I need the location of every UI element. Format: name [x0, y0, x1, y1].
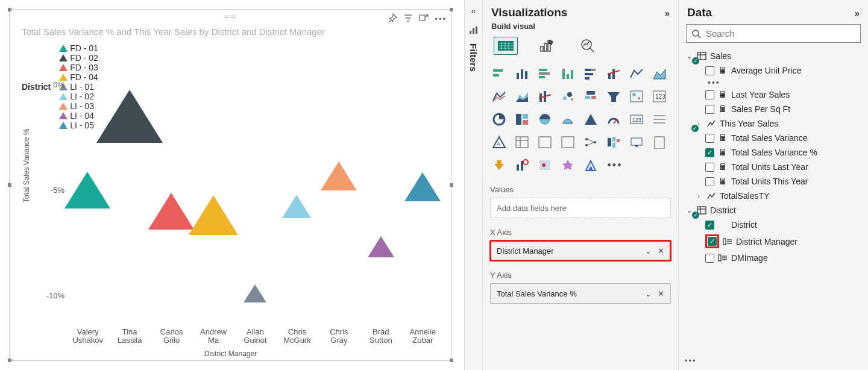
viz-type-icon[interactable] — [603, 109, 624, 130]
viz-type-icon[interactable] — [535, 63, 555, 84]
viz-type-icon[interactable] — [512, 109, 532, 130]
checkbox-checked[interactable]: ✓ — [705, 148, 714, 157]
viz-type-icon[interactable]: 123 — [626, 109, 647, 130]
chart-marker[interactable] — [148, 193, 194, 230]
filter-icon[interactable] — [403, 13, 413, 25]
expand-filters-icon[interactable]: « — [471, 6, 476, 16]
field-total-units-this-year[interactable]: 🖩Total Units This Year — [684, 174, 863, 189]
field-total-units-last-year[interactable]: 🖩Total Units Last Year — [684, 160, 863, 174]
checkbox[interactable] — [705, 254, 714, 263]
checkbox[interactable] — [705, 134, 714, 143]
viz-type-icon[interactable] — [489, 86, 509, 107]
field-total-sales-ty[interactable]: ›TotalSalesTY — [684, 189, 863, 203]
viz-type-icon[interactable] — [626, 132, 647, 152]
viz-type-icon[interactable] — [535, 86, 555, 107]
chart-marker[interactable] — [96, 90, 163, 143]
more-icon[interactable]: ••• — [685, 356, 697, 365]
yaxis-well[interactable]: Total Sales Variance % ⌄✕ — [490, 283, 671, 304]
yaxis-remove-icon[interactable]: ✕ — [658, 289, 664, 298]
format-visual-tab[interactable] — [535, 37, 559, 55]
chart-marker[interactable] — [64, 172, 110, 209]
xaxis-dropdown-icon[interactable]: ⌄ — [645, 246, 652, 256]
viz-type-icon[interactable] — [512, 86, 532, 107]
viz-type-icon[interactable] — [489, 155, 509, 175]
chart-marker[interactable] — [404, 172, 441, 201]
checkbox-checked[interactable]: ✓ — [708, 237, 717, 246]
viz-type-icon[interactable] — [580, 155, 601, 175]
viz-type-icon[interactable] — [558, 63, 578, 84]
overflow-dots[interactable]: ••• — [684, 78, 863, 87]
viz-type-icon[interactable] — [603, 132, 624, 152]
legend-item[interactable]: FD - 01 — [59, 43, 98, 53]
checkbox[interactable] — [705, 90, 714, 99]
collapse-visualizations-icon[interactable]: » — [665, 8, 670, 18]
values-well[interactable]: Add data fields here — [490, 198, 671, 218]
viz-type-icon[interactable] — [580, 86, 601, 107]
checkbox[interactable] — [705, 66, 714, 75]
field-district[interactable]: ✓District — [684, 218, 863, 232]
chart-marker[interactable] — [368, 236, 394, 257]
table-sales[interactable]: ⌄ Sales ✓ — [684, 49, 863, 63]
collapse-data-icon[interactable]: » — [855, 8, 860, 18]
viz-type-icon[interactable] — [649, 109, 670, 130]
search-box[interactable] — [686, 24, 861, 43]
viz-type-icon[interactable] — [603, 63, 624, 84]
more-options-icon[interactable]: ••• — [435, 14, 447, 24]
drag-grip-icon[interactable]: ══ — [224, 12, 237, 20]
field-this-year-sales[interactable]: ›This Year Sales✓ — [684, 116, 863, 131]
field-total-sales-variance[interactable]: 🖩Total Sales Variance — [684, 131, 863, 145]
viz-type-icon[interactable] — [558, 86, 578, 107]
field-last-year-sales[interactable]: 🖩Last Year Sales — [684, 87, 863, 102]
chart-marker[interactable] — [244, 284, 266, 303]
chart-marker[interactable] — [189, 195, 238, 235]
viz-type-icon[interactable] — [626, 86, 647, 107]
viz-type-icon[interactable] — [580, 132, 601, 152]
viz-type-icon[interactable] — [580, 109, 601, 130]
table-district[interactable]: ⌄ District ✓ — [684, 203, 863, 218]
viz-type-icon[interactable] — [649, 63, 670, 84]
field-district-manager[interactable]: ✓District Manager — [684, 232, 863, 251]
yaxis-dropdown-icon[interactable]: ⌄ — [645, 289, 652, 298]
legend-item[interactable]: FD - 02 — [59, 53, 98, 63]
field-dm-image[interactable]: DMImage — [684, 251, 863, 265]
viz-type-icon[interactable] — [626, 63, 647, 84]
table-sales-label: Sales — [710, 51, 731, 61]
field-sales-per-sqft[interactable]: 🖩Sales Per Sq Ft — [684, 102, 863, 116]
viz-type-icon[interactable] — [558, 109, 578, 130]
viz-type-icon[interactable] — [512, 63, 532, 84]
viz-type-icon[interactable] — [535, 155, 555, 175]
viz-type-icon[interactable] — [512, 155, 532, 175]
pin-icon[interactable] — [388, 13, 397, 25]
chart-marker[interactable] — [282, 195, 311, 218]
checkbox[interactable] — [705, 105, 714, 114]
viz-type-icon[interactable] — [512, 132, 532, 152]
viz-type-icon[interactable] — [535, 109, 555, 130]
expand-icon[interactable]: › — [694, 192, 703, 199]
focus-mode-icon[interactable] — [419, 13, 429, 25]
analytics-tab[interactable] — [576, 37, 600, 55]
field-avg-unit-price[interactable]: 🖩Average Unit Price — [684, 63, 863, 78]
viz-type-icon[interactable] — [558, 132, 578, 152]
viz-type-icon[interactable] — [535, 132, 555, 152]
chart-marker[interactable] — [321, 161, 357, 190]
viz-type-icon[interactable]: A — [489, 132, 509, 152]
search-input[interactable] — [706, 28, 855, 39]
filters-pane-collapsed[interactable]: « Filters — [464, 0, 482, 370]
viz-type-icon[interactable] — [649, 132, 670, 152]
visual-frame[interactable]: ══ ••• Total Sales Variance % and This Y… — [9, 9, 452, 361]
viz-type-icon[interactable] — [558, 155, 578, 175]
field-total-sales-variance-pct[interactable]: ✓🖩Total Sales Variance % — [684, 145, 863, 160]
checkbox[interactable] — [705, 177, 714, 186]
viz-type-icon[interactable] — [489, 63, 509, 84]
viz-type-icon[interactable] — [489, 109, 509, 130]
report-canvas[interactable]: ══ ••• Total Sales Variance % and This Y… — [0, 0, 464, 370]
viz-type-icon[interactable]: 123 — [649, 86, 670, 107]
build-visual-tab[interactable] — [494, 37, 518, 55]
more-visuals-icon[interactable]: ••• — [603, 155, 624, 175]
viz-type-icon[interactable] — [580, 63, 601, 84]
xaxis-remove-icon[interactable]: ✕ — [658, 246, 664, 256]
checkbox[interactable] — [705, 163, 714, 172]
checkbox-checked[interactable]: ✓ — [705, 221, 714, 230]
xaxis-well[interactable]: District Manager ⌄✕ — [490, 240, 671, 261]
viz-type-icon[interactable] — [603, 86, 624, 107]
